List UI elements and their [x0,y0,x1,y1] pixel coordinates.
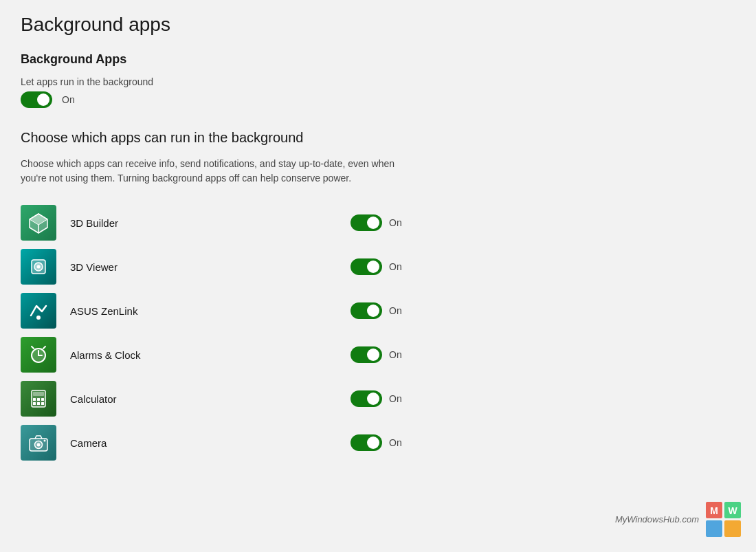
svg-rect-27 [724,520,741,537]
toggle-thumb [367,437,379,449]
svg-rect-16 [41,398,44,401]
svg-point-23 [44,440,46,442]
app-name: Alarms & Clock [70,349,351,361]
app-toggle-label: On [389,393,402,404]
svg-rect-13 [33,392,44,396]
app-toggle-area: On [351,302,419,319]
app-item-3d-builder: 3D BuilderOn [21,202,419,243]
svg-rect-15 [37,398,40,401]
app-toggle-label: On [389,261,402,272]
app-item-3d-viewer: 3D ViewerOn [21,246,419,287]
svg-rect-14 [33,398,36,401]
toggle-thumb [367,217,379,229]
main-background-toggle[interactable] [21,91,52,108]
main-content: Background apps Background Apps Let apps… [0,0,440,480]
svg-line-10 [32,346,34,349]
app-toggle-label: On [389,217,402,228]
app-toggle-area: On [351,258,419,275]
svg-line-11 [43,346,45,349]
app-toggle-1[interactable] [351,258,382,275]
app-toggle-5[interactable] [351,434,382,451]
app-toggle-area: On [351,434,419,451]
app-toggle-3[interactable] [351,346,382,363]
app-item-camera: CameraOn [21,422,419,463]
section-gap [21,113,419,130]
app-toggle-0[interactable] [351,214,382,231]
app-item-alarms--clock: Alarms & ClockOn [21,334,419,375]
app-toggle-2[interactable] [351,302,382,319]
toggle-thumb [37,93,49,106]
background-apps-heading: Background Apps [21,52,419,67]
app-toggle-area: On [351,390,419,407]
svg-rect-26 [706,520,722,537]
alarms-clock-icon [21,337,56,373]
app-item-calculator: CalculatorOn [21,378,419,419]
svg-text:M: M [710,505,718,516]
app-name: ASUS ZenLink [70,305,351,317]
svg-rect-18 [37,402,40,405]
svg-point-5 [37,265,41,269]
page-title: Background apps [21,14,419,36]
svg-point-6 [36,316,41,320]
app-toggle-4[interactable] [351,390,382,407]
app-name: 3D Builder [70,217,351,229]
toggle-thumb [367,393,379,405]
app-toggle-label: On [389,305,402,316]
main-background-toggle-label: On [62,94,75,105]
asus-zenlink-icon [21,293,56,329]
app-toggle-label: On [389,349,402,360]
3d-builder-icon [21,205,56,241]
app-name: Camera [70,437,351,449]
svg-rect-19 [41,402,44,405]
toggle-thumb [367,305,379,317]
svg-point-22 [37,443,41,447]
app-item-asus-zenlink: ASUS ZenLinkOn [21,290,419,331]
choose-section-description: Choose which apps can receive info, send… [21,157,419,186]
main-background-toggle-row: On [21,91,419,108]
toggle-thumb [367,349,379,361]
calculator-icon [21,381,56,417]
watermark: MyWindowsHub.com M W [615,500,742,538]
svg-rect-17 [33,402,36,405]
watermark-logo: M W [704,500,742,538]
toggle-thumb [367,261,379,273]
background-apps-description: Let apps run in the background [21,76,419,87]
3d-viewer-icon [21,249,56,285]
choose-section-heading: Choose which apps can run in the backgro… [21,130,419,146]
app-name: 3D Viewer [70,261,351,273]
svg-text:W: W [728,505,737,516]
watermark-text: MyWindowsHub.com [615,514,699,525]
app-name: Calculator [70,393,351,405]
app-toggle-label: On [389,437,402,448]
app-toggle-area: On [351,214,419,231]
app-toggle-area: On [351,346,419,363]
camera-icon [21,425,56,461]
app-list: 3D BuilderOn 3D ViewerOn ASUS ZenLinkOn … [21,202,419,463]
